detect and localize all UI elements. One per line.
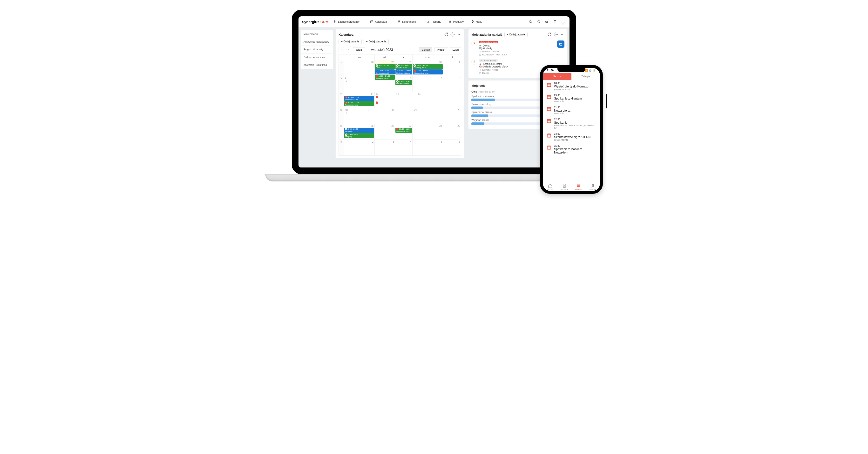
svg-point-1: [399, 21, 400, 22]
calendar-icon: [546, 82, 552, 88]
phone-task-item[interactable]: 12:00SpotkanieEdelweiss SA Oddział Pozna…: [546, 118, 596, 129]
calendar-flag-icon[interactable]: [557, 40, 564, 48]
phone-task-item[interactable]: 11:00Nowa ofertaNova Tuls: [546, 106, 596, 115]
svg-rect-27: [547, 107, 551, 111]
cal-event[interactable]: ▪14:00 - 15:00Odpowiedź na pyta...: [413, 69, 443, 74]
refresh-icon[interactable]: [547, 32, 552, 37]
svg-point-20: [473, 61, 475, 62]
phone-nav-home[interactable]: Home: [543, 184, 557, 190]
cal-event[interactable]: ●11:30 - 15:00Strategia działania: [396, 69, 412, 74]
mail-icon[interactable]: [544, 18, 550, 25]
svg-point-14: [555, 34, 557, 35]
nav-products[interactable]: Produkty: [445, 19, 467, 25]
phone-nav-tasks[interactable]: Zadania: [571, 184, 586, 190]
svg-rect-3: [450, 21, 451, 21]
phone-task-item[interactable]: 15:00Spotkanie z Markiem Nowakiem: [546, 144, 596, 154]
svg-point-32: [564, 185, 565, 186]
phone-task-item[interactable]: 08:30Wysłać ofertę do KornexuKornex sp. …: [546, 82, 596, 91]
calendar-icon: [546, 145, 552, 150]
cal-event[interactable]: ★9:30 - 10:30Oferta Edelweiss: [396, 80, 412, 85]
phone-tab-today[interactable]: Na dziś: [543, 73, 571, 80]
cal-event[interactable]: ★10:00 - 12:00Kornex sp. z o.o.: [413, 64, 443, 69]
view-day[interactable]: Dzień: [450, 47, 462, 52]
cal-event[interactable]: ▪9:00 - 17:00Szkolenie: [375, 96, 461, 101]
gear-icon[interactable]: [553, 32, 558, 37]
person-icon: [397, 20, 401, 23]
nav-maps[interactable]: Mapy: [468, 19, 485, 25]
calendar-icon: [546, 118, 552, 124]
month-label: wrzesień 2023: [371, 48, 393, 52]
sidebar-item-all-tasks[interactable]: Zadania - cała firma: [301, 54, 333, 61]
phone-task-item[interactable]: 09:30Spotkanie z klientemNova Tuls: [546, 94, 596, 103]
cal-event[interactable]: ●12:00 - 13:00Czy wszystko ok?: [375, 69, 395, 74]
view-week[interactable]: Tydzień: [434, 47, 448, 52]
app-logo: Synergius CRM: [302, 20, 329, 24]
view-month[interactable]: Miesiąc: [419, 47, 432, 52]
svg-rect-29: [547, 134, 551, 137]
cal-event[interactable]: ★0:00 - 23:30Urlop: [344, 111, 461, 117]
cal-event[interactable]: ★9:30 - 10:30Oferta: [375, 64, 395, 69]
collapse-icon[interactable]: [560, 32, 564, 37]
dollar-icon: [333, 20, 336, 23]
calendar-icon: [546, 106, 552, 111]
svg-rect-25: [547, 84, 551, 87]
nav-calendar[interactable]: Kalendarz⌄: [367, 19, 393, 25]
add-task-button-2[interactable]: + Dodaj zadanie: [504, 32, 528, 37]
svg-rect-28: [547, 120, 551, 123]
sidebar-item-all-events[interactable]: Zdarzenia - cała firma: [301, 61, 333, 69]
svg-rect-9: [546, 21, 548, 23]
svg-rect-0: [371, 21, 373, 23]
more-menu[interactable]: ⋮: [487, 18, 493, 25]
avatar-icon: [471, 40, 477, 46]
cal-event[interactable]: ▪10:30 - 11:30Tomasz rozmowa: [344, 96, 374, 101]
calendar-icon: [546, 94, 552, 100]
next-month[interactable]: ›: [346, 47, 351, 52]
phone-nav-contacts[interactable]: Kontakty: [557, 184, 571, 190]
svg-rect-4: [449, 22, 450, 22]
nav-contacts[interactable]: Kontrahenci⌄: [395, 19, 423, 25]
search-icon[interactable]: [527, 18, 534, 25]
user-avatar[interactable]: [560, 19, 566, 25]
cal-event[interactable]: ▪10:30 - 11:30Tomasz rozmowa: [344, 101, 374, 106]
phone-nav-sync[interactable]: Synchro: [586, 184, 600, 190]
chat-icon[interactable]: [535, 18, 542, 25]
add-task-button[interactable]: + Dodaj zadanie: [339, 39, 362, 44]
nav-opportunities[interactable]: Szanse sprzedaży⌄: [330, 19, 366, 25]
cal-event[interactable]: ★9:00 - 20:30Integracja: [344, 128, 374, 133]
phone-tab-late[interactable]: Zaległe: [571, 73, 600, 80]
gear-icon[interactable]: [450, 32, 455, 37]
goals-panel-title: Moje cele: [471, 84, 486, 88]
sidebar-item-my-tasks[interactable]: Moje zadania: [301, 30, 333, 38]
svg-rect-16: [474, 43, 475, 44]
calendar-title: Kalendarz: [339, 33, 353, 36]
svg-rect-26: [547, 95, 551, 99]
prev-month[interactable]: ‹: [339, 47, 344, 52]
calendar-icon: [546, 133, 552, 138]
cal-event[interactable]: ★0:00 - 23:30Urlop: [344, 80, 369, 85]
sidebar-item-forecasts[interactable]: Prognozy i raporty: [301, 46, 333, 54]
add-event-button[interactable]: + Dodaj zdarzenie: [364, 39, 389, 44]
cal-event[interactable]: ▪10:30 - 11:30Spotkanie w biurze: [396, 128, 412, 133]
cal-event[interactable]: ▪9:00 - 17:00Szkolenie: [375, 101, 461, 106]
svg-rect-34: [577, 186, 580, 186]
svg-rect-6: [449, 22, 450, 23]
pin-icon: [471, 20, 474, 23]
cal-event[interactable]: ★8:00 - 9:00Grupa ATERN: [396, 64, 412, 69]
phone-task-item[interactable]: 14:00Skontaktować się z ATERNGrupa ATERN: [546, 133, 596, 141]
svg-rect-5: [450, 22, 451, 22]
today-button[interactable]: dzisiaj: [353, 47, 365, 52]
collapse-icon[interactable]: [457, 32, 461, 37]
svg-rect-2: [449, 21, 450, 21]
clipboard-icon[interactable]: [552, 18, 558, 25]
calendar-grid: pon.wt.śr.czw.pt. 35 28 29: [339, 54, 461, 156]
goals-remaining: Pozostało 25 dni: [478, 91, 495, 93]
sidebar-item-seller-activity[interactable]: Aktywność handlowców: [301, 38, 333, 46]
task-item[interactable]: około godziny temu ★ Oferta Wyślij ofert…: [471, 39, 564, 57]
svg-point-13: [452, 34, 453, 35]
nav-reports[interactable]: Raporty: [424, 19, 444, 25]
cal-event[interactable]: ★9:00 - 20:30Integracja: [344, 133, 374, 138]
svg-rect-33: [577, 185, 580, 185]
refresh-icon[interactable]: [444, 32, 449, 37]
svg-rect-21: [474, 62, 475, 62]
svg-point-17: [480, 51, 480, 51]
